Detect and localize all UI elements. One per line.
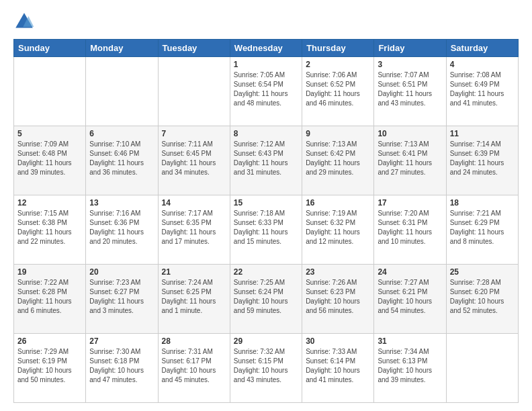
day-number: 28 <box>162 336 226 346</box>
calendar-cell: 8Sunrise: 7:12 AM Sunset: 6:43 PM Daylig… <box>230 126 302 195</box>
day-number: 15 <box>234 198 298 208</box>
day-number: 30 <box>306 336 370 346</box>
calendar-week-3: 12Sunrise: 7:15 AM Sunset: 6:38 PM Dayli… <box>14 195 519 265</box>
day-info: Sunrise: 7:19 AM Sunset: 6:32 PM Dayligh… <box>306 209 370 246</box>
calendar-cell: 9Sunrise: 7:13 AM Sunset: 6:42 PM Daylig… <box>302 126 374 195</box>
day-info: Sunrise: 7:25 AM Sunset: 6:24 PM Dayligh… <box>234 278 298 316</box>
calendar-cell: 19Sunrise: 7:22 AM Sunset: 6:28 PM Dayli… <box>14 265 86 334</box>
day-info: Sunrise: 7:16 AM Sunset: 6:36 PM Dayligh… <box>89 209 154 246</box>
day-info: Sunrise: 7:09 AM Sunset: 6:48 PM Dayligh… <box>17 140 82 177</box>
day-number: 25 <box>450 267 515 277</box>
day-number: 22 <box>234 267 298 277</box>
calendar-cell: 6Sunrise: 7:10 AM Sunset: 6:46 PM Daylig… <box>86 126 158 195</box>
calendar-cell <box>158 57 230 126</box>
header-friday: Friday <box>374 40 446 57</box>
calendar-cell: 25Sunrise: 7:28 AM Sunset: 6:20 PM Dayli… <box>446 265 518 334</box>
header-monday: Monday <box>86 40 158 57</box>
calendar-cell: 26Sunrise: 7:29 AM Sunset: 6:19 PM Dayli… <box>14 334 86 403</box>
calendar-cell: 7Sunrise: 7:11 AM Sunset: 6:45 PM Daylig… <box>158 126 230 195</box>
day-info: Sunrise: 7:12 AM Sunset: 6:43 PM Dayligh… <box>234 140 298 177</box>
calendar-table: Sunday Monday Tuesday Wednesday Thursday… <box>13 39 519 403</box>
calendar-cell: 5Sunrise: 7:09 AM Sunset: 6:48 PM Daylig… <box>14 126 86 195</box>
day-number: 19 <box>17 267 82 277</box>
day-info: Sunrise: 7:15 AM Sunset: 6:38 PM Dayligh… <box>17 209 82 246</box>
day-number: 11 <box>450 129 515 138</box>
calendar-cell: 11Sunrise: 7:14 AM Sunset: 6:39 PM Dayli… <box>446 126 518 195</box>
calendar-week-4: 19Sunrise: 7:22 AM Sunset: 6:28 PM Dayli… <box>14 265 519 334</box>
calendar-cell: 21Sunrise: 7:24 AM Sunset: 6:25 PM Dayli… <box>158 265 230 334</box>
day-number: 31 <box>378 336 442 346</box>
day-number: 5 <box>17 129 82 138</box>
day-number: 27 <box>89 336 154 346</box>
calendar-cell: 13Sunrise: 7:16 AM Sunset: 6:36 PM Dayli… <box>86 195 158 265</box>
calendar-cell: 15Sunrise: 7:18 AM Sunset: 6:33 PM Dayli… <box>230 195 302 265</box>
calendar-cell: 31Sunrise: 7:34 AM Sunset: 6:13 PM Dayli… <box>374 334 446 403</box>
calendar-week-2: 5Sunrise: 7:09 AM Sunset: 6:48 PM Daylig… <box>14 126 519 195</box>
header-saturday: Saturday <box>446 40 518 57</box>
day-info: Sunrise: 7:22 AM Sunset: 6:28 PM Dayligh… <box>17 278 82 316</box>
day-number: 13 <box>89 198 154 208</box>
calendar-cell: 14Sunrise: 7:17 AM Sunset: 6:35 PM Dayli… <box>158 195 230 265</box>
day-number: 2 <box>306 60 370 69</box>
day-info: Sunrise: 7:05 AM Sunset: 6:54 PM Dayligh… <box>234 71 298 108</box>
day-info: Sunrise: 7:27 AM Sunset: 6:21 PM Dayligh… <box>378 278 442 316</box>
calendar-cell: 12Sunrise: 7:15 AM Sunset: 6:38 PM Dayli… <box>14 195 86 265</box>
calendar-cell: 3Sunrise: 7:07 AM Sunset: 6:51 PM Daylig… <box>374 57 446 126</box>
calendar-cell: 18Sunrise: 7:21 AM Sunset: 6:29 PM Dayli… <box>446 195 518 265</box>
day-number: 10 <box>378 129 442 138</box>
day-info: Sunrise: 7:31 AM Sunset: 6:17 PM Dayligh… <box>162 347 226 385</box>
day-info: Sunrise: 7:20 AM Sunset: 6:31 PM Dayligh… <box>378 209 442 246</box>
calendar-cell: 30Sunrise: 7:33 AM Sunset: 6:14 PM Dayli… <box>302 334 374 403</box>
calendar-cell: 1Sunrise: 7:05 AM Sunset: 6:54 PM Daylig… <box>230 57 302 126</box>
day-info: Sunrise: 7:28 AM Sunset: 6:20 PM Dayligh… <box>450 278 515 316</box>
header <box>13 11 519 32</box>
logo <box>13 11 38 32</box>
weekday-header-row: Sunday Monday Tuesday Wednesday Thursday… <box>14 40 519 57</box>
page: Sunday Monday Tuesday Wednesday Thursday… <box>0 0 532 411</box>
day-number: 1 <box>234 60 298 69</box>
day-info: Sunrise: 7:14 AM Sunset: 6:39 PM Dayligh… <box>450 140 515 177</box>
calendar-cell <box>446 334 518 403</box>
day-number: 4 <box>450 60 515 69</box>
calendar-cell <box>14 57 86 126</box>
day-info: Sunrise: 7:17 AM Sunset: 6:35 PM Dayligh… <box>162 209 226 246</box>
day-info: Sunrise: 7:34 AM Sunset: 6:13 PM Dayligh… <box>378 347 442 385</box>
day-number: 8 <box>234 129 298 138</box>
generalblue-icon <box>13 11 35 32</box>
calendar-cell: 20Sunrise: 7:23 AM Sunset: 6:27 PM Dayli… <box>86 265 158 334</box>
day-number: 20 <box>89 267 154 277</box>
day-info: Sunrise: 7:30 AM Sunset: 6:18 PM Dayligh… <box>89 347 154 385</box>
day-number: 12 <box>17 198 82 208</box>
day-number: 24 <box>378 267 442 277</box>
calendar-week-5: 26Sunrise: 7:29 AM Sunset: 6:19 PM Dayli… <box>14 334 519 403</box>
day-number: 9 <box>306 129 370 138</box>
calendar-cell: 2Sunrise: 7:06 AM Sunset: 6:52 PM Daylig… <box>302 57 374 126</box>
day-info: Sunrise: 7:21 AM Sunset: 6:29 PM Dayligh… <box>450 209 515 246</box>
day-info: Sunrise: 7:29 AM Sunset: 6:19 PM Dayligh… <box>17 347 82 385</box>
day-number: 14 <box>162 198 226 208</box>
day-number: 26 <box>17 336 82 346</box>
day-number: 21 <box>162 267 226 277</box>
calendar-week-1: 1Sunrise: 7:05 AM Sunset: 6:54 PM Daylig… <box>14 57 519 126</box>
calendar-cell: 29Sunrise: 7:32 AM Sunset: 6:15 PM Dayli… <box>230 334 302 403</box>
day-info: Sunrise: 7:33 AM Sunset: 6:14 PM Dayligh… <box>306 347 370 385</box>
calendar-cell: 24Sunrise: 7:27 AM Sunset: 6:21 PM Dayli… <box>374 265 446 334</box>
day-number: 17 <box>378 198 442 208</box>
calendar-cell <box>86 57 158 126</box>
day-number: 16 <box>306 198 370 208</box>
calendar-cell: 27Sunrise: 7:30 AM Sunset: 6:18 PM Dayli… <box>86 334 158 403</box>
day-info: Sunrise: 7:08 AM Sunset: 6:49 PM Dayligh… <box>450 71 515 108</box>
day-info: Sunrise: 7:07 AM Sunset: 6:51 PM Dayligh… <box>378 71 442 108</box>
day-number: 3 <box>378 60 442 69</box>
day-info: Sunrise: 7:06 AM Sunset: 6:52 PM Dayligh… <box>306 71 370 108</box>
day-number: 7 <box>162 129 226 138</box>
calendar-cell: 23Sunrise: 7:26 AM Sunset: 6:23 PM Dayli… <box>302 265 374 334</box>
calendar-cell: 28Sunrise: 7:31 AM Sunset: 6:17 PM Dayli… <box>158 334 230 403</box>
header-thursday: Thursday <box>302 40 374 57</box>
day-info: Sunrise: 7:23 AM Sunset: 6:27 PM Dayligh… <box>89 278 154 316</box>
day-number: 18 <box>450 198 515 208</box>
day-number: 23 <box>306 267 370 277</box>
day-info: Sunrise: 7:26 AM Sunset: 6:23 PM Dayligh… <box>306 278 370 316</box>
day-info: Sunrise: 7:13 AM Sunset: 6:42 PM Dayligh… <box>306 140 370 177</box>
day-info: Sunrise: 7:32 AM Sunset: 6:15 PM Dayligh… <box>234 347 298 385</box>
